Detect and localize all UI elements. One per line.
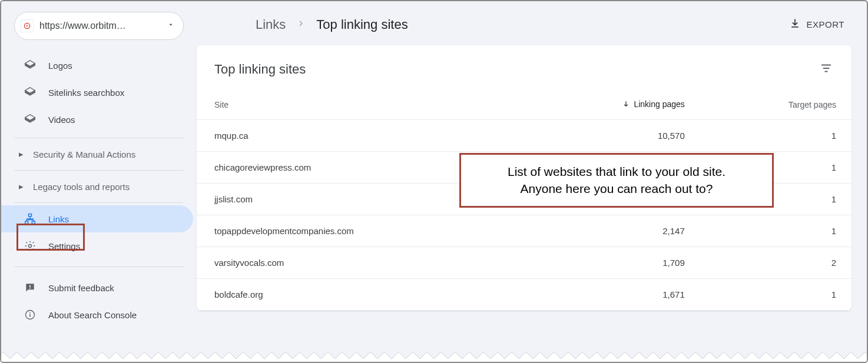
cell-site: varsityvocals.com bbox=[197, 247, 521, 279]
col-target-pages[interactable]: Target pages bbox=[700, 88, 852, 120]
sidebar-item-sitelinks-searchbox[interactable]: Sitelinks searchbox bbox=[1, 79, 193, 106]
sidebar-item-logos[interactable]: Logos bbox=[1, 52, 193, 79]
table-row[interactable]: topappdevelopmentcompanies.com2,1471 bbox=[197, 215, 852, 247]
svg-rect-3 bbox=[25, 221, 28, 224]
cell-site: boldcafe.org bbox=[197, 279, 521, 311]
sidebar-item-label: Submit feedback bbox=[48, 283, 114, 293]
sitemap-icon bbox=[24, 212, 37, 225]
feedback-icon bbox=[24, 281, 37, 294]
cell-site: mqup.ca bbox=[197, 120, 521, 152]
cell-target-pages: 1 bbox=[700, 215, 852, 247]
info-icon bbox=[24, 308, 37, 321]
stack-icon bbox=[24, 59, 37, 72]
breadcrumb-current: Top linking sites bbox=[316, 17, 408, 32]
sidebar-item-label: Settings bbox=[48, 241, 80, 251]
cell-target-pages: 1 bbox=[700, 279, 852, 311]
svg-point-1 bbox=[26, 25, 28, 26]
cell-linking-pages: 1,709 bbox=[521, 247, 700, 279]
sidebar-item-settings[interactable]: Settings bbox=[1, 232, 193, 259]
sidebar-item-about[interactable]: About Search Console bbox=[1, 301, 193, 328]
annotation-line: Anyone here you can reach out to? bbox=[473, 180, 760, 197]
card-title: Top linking sites bbox=[214, 62, 816, 77]
sidebar-group-security[interactable]: ▸ Security & Manual Actions bbox=[1, 141, 197, 168]
export-button[interactable]: EXPORT bbox=[784, 14, 849, 35]
torn-edge-decoration bbox=[1, 348, 867, 362]
table-row[interactable]: varsityvocals.com1,7092 bbox=[197, 247, 852, 279]
sidebar-group-legacy[interactable]: ▸ Legacy tools and reports bbox=[1, 173, 197, 200]
col-linking-pages[interactable]: Linking pages bbox=[521, 88, 700, 120]
cell-site: topappdevelopmentcompanies.com bbox=[197, 215, 521, 247]
sidebar-item-links[interactable]: Links bbox=[1, 205, 193, 232]
svg-rect-10 bbox=[29, 312, 31, 314]
arrow-down-icon bbox=[622, 100, 630, 108]
site-favicon-icon bbox=[21, 19, 34, 32]
divider bbox=[14, 138, 184, 138]
col-site[interactable]: Site bbox=[197, 88, 521, 120]
svg-rect-9 bbox=[29, 314, 31, 317]
stack-icon bbox=[24, 86, 37, 99]
svg-rect-2 bbox=[29, 214, 32, 217]
sidebar-item-feedback[interactable]: Submit feedback bbox=[1, 274, 193, 301]
divider bbox=[14, 202, 184, 203]
gear-icon bbox=[24, 239, 37, 252]
svg-point-5 bbox=[29, 245, 32, 248]
breadcrumb-root[interactable]: Links bbox=[256, 17, 286, 32]
property-url: https://www.orbitm… bbox=[39, 21, 161, 31]
sidebar-item-label: Links bbox=[48, 214, 69, 224]
chevron-down-icon bbox=[167, 21, 175, 31]
filter-button[interactable] bbox=[816, 58, 836, 81]
cell-linking-pages: 10,570 bbox=[521, 120, 700, 152]
svg-rect-6 bbox=[29, 285, 31, 287]
sidebar-group-label: Legacy tools and reports bbox=[33, 182, 130, 192]
table-row[interactable]: mqup.ca10,5701 bbox=[197, 120, 852, 152]
annotation-line: List of websites that link to your old s… bbox=[473, 163, 760, 180]
sidebar-item-videos[interactable]: Videos bbox=[1, 106, 193, 133]
svg-rect-4 bbox=[32, 221, 35, 224]
sidebar-item-label: Sitelinks searchbox bbox=[48, 88, 124, 98]
table-row[interactable]: boldcafe.org1,6711 bbox=[197, 279, 852, 311]
caret-right-icon: ▸ bbox=[19, 181, 25, 192]
cell-target-pages: 1 bbox=[700, 120, 852, 152]
stack-icon bbox=[24, 113, 37, 126]
download-icon bbox=[789, 18, 801, 31]
sidebar-item-label: Videos bbox=[48, 115, 75, 125]
breadcrumb: Links Top linking sites EXPORT bbox=[197, 1, 852, 45]
svg-rect-7 bbox=[29, 288, 31, 289]
caret-right-icon: ▸ bbox=[19, 149, 25, 159]
export-label: EXPORT bbox=[807, 19, 844, 29]
sidebar-item-label: Logos bbox=[48, 61, 72, 71]
filter-icon bbox=[820, 62, 833, 75]
chevron-right-icon bbox=[296, 18, 306, 31]
divider bbox=[14, 170, 184, 171]
sidebar: https://www.orbitm… Logos Sitelinks sear… bbox=[1, 1, 197, 362]
divider bbox=[14, 267, 184, 267]
property-selector[interactable]: https://www.orbitm… bbox=[14, 12, 184, 40]
cell-target-pages: 2 bbox=[700, 247, 852, 279]
sidebar-group-label: Security & Manual Actions bbox=[33, 149, 135, 159]
cell-linking-pages: 1,671 bbox=[521, 279, 700, 311]
annotation-callout: List of websites that link to your old s… bbox=[459, 153, 774, 208]
sidebar-item-label: About Search Console bbox=[48, 310, 137, 320]
cell-linking-pages: 2,147 bbox=[521, 215, 700, 247]
